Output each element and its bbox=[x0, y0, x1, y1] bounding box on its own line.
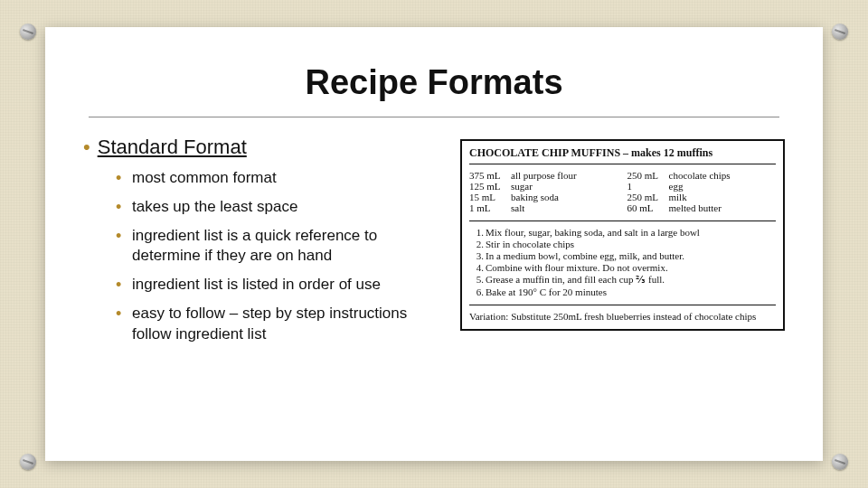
ingredient-row: 1egg bbox=[627, 181, 777, 192]
corner-screw-icon bbox=[20, 454, 36, 470]
content-columns: • Standard Format most common format tak… bbox=[83, 136, 785, 353]
ingredient-name: all purpose flour bbox=[511, 170, 618, 181]
ingredient-row: 375 mLall purpose flour bbox=[469, 170, 618, 181]
ingredient-column: 375 mLall purpose flour 125 mLsugar 15 m… bbox=[469, 170, 618, 213]
ingredient-amount: 125 mL bbox=[469, 181, 511, 192]
ingredient-name: salt bbox=[511, 202, 618, 213]
topic-label: Standard Format bbox=[98, 136, 247, 159]
text-column: • Standard Format most common format tak… bbox=[83, 136, 449, 353]
list-item: takes up the least space bbox=[116, 197, 449, 217]
divider bbox=[89, 117, 779, 117]
divider bbox=[469, 305, 776, 305]
ingredient-row: 15 mLbaking soda bbox=[469, 192, 618, 202]
ingredient-name: chocolate chips bbox=[669, 170, 777, 181]
recipe-step: Mix flour, sugar, baking soda, and salt … bbox=[486, 227, 776, 238]
topic-heading: • Standard Format bbox=[83, 136, 449, 159]
illustration-column: CHOCOLATE CHIP MUFFINS – makes 12 muffin… bbox=[460, 136, 785, 353]
corner-screw-icon bbox=[20, 23, 36, 40]
ingredient-row: 250 mLchocolate chips bbox=[627, 170, 777, 181]
recipe-step: Grease a muffin tin, and fill each cup ⅔… bbox=[486, 274, 776, 286]
ingredient-row: 125 mLsugar bbox=[469, 181, 618, 192]
recipe-variation: Variation: Substitute 250mL fresh bluebe… bbox=[469, 311, 776, 322]
ingredient-name: milk bbox=[669, 192, 777, 202]
recipe-step: Stir in chocolate chips bbox=[486, 239, 776, 249]
ingredient-amount: 1 mL bbox=[469, 202, 511, 213]
recipe-title: CHOCOLATE CHIP MUFFINS – makes 12 muffin… bbox=[469, 146, 776, 164]
ingredient-column: 250 mLchocolate chips 1egg 250 mLmilk 60… bbox=[627, 170, 777, 213]
ingredient-name: baking soda bbox=[511, 192, 618, 202]
recipe-step: Combine with flour mixture. Do not overm… bbox=[486, 262, 776, 273]
divider bbox=[469, 221, 776, 221]
list-item: easy to follow – step by step instructio… bbox=[116, 304, 449, 343]
bullet-icon: • bbox=[83, 137, 90, 157]
ingredient-name: melted butter bbox=[669, 202, 777, 213]
recipe-card: CHOCOLATE CHIP MUFFINS – makes 12 muffin… bbox=[460, 139, 785, 331]
list-item: most common format bbox=[116, 168, 449, 188]
ingredient-amount: 250 mL bbox=[627, 170, 669, 181]
slide-title: Recipe Formats bbox=[83, 63, 785, 102]
corner-screw-icon bbox=[832, 23, 848, 40]
recipe-step: Bake at 190° C for 20 minutes bbox=[486, 286, 776, 297]
ingredient-columns: 375 mLall purpose flour 125 mLsugar 15 m… bbox=[469, 170, 776, 213]
list-item: ingredient list is a quick reference to … bbox=[116, 226, 449, 266]
list-item: ingredient list is listed in order of us… bbox=[116, 275, 449, 295]
bullet-list: most common format takes up the least sp… bbox=[116, 168, 449, 344]
slide-card: Recipe Formats • Standard Format most co… bbox=[45, 27, 823, 461]
ingredient-amount: 250 mL bbox=[627, 192, 669, 202]
corner-screw-icon bbox=[832, 454, 848, 470]
ingredient-amount: 15 mL bbox=[469, 192, 511, 202]
ingredient-amount: 60 mL bbox=[627, 202, 669, 213]
ingredient-amount: 375 mL bbox=[469, 170, 511, 181]
ingredient-row: 250 mLmilk bbox=[627, 192, 777, 202]
recipe-step: In a medium bowl, combine egg, milk, and… bbox=[486, 250, 776, 261]
recipe-steps: Mix flour, sugar, baking soda, and salt … bbox=[469, 227, 776, 297]
ingredient-name: sugar bbox=[511, 181, 618, 192]
ingredient-row: 60 mLmelted butter bbox=[627, 202, 777, 213]
ingredient-amount: 1 bbox=[627, 181, 669, 192]
ingredient-row: 1 mLsalt bbox=[469, 202, 618, 213]
ingredient-name: egg bbox=[669, 181, 777, 192]
